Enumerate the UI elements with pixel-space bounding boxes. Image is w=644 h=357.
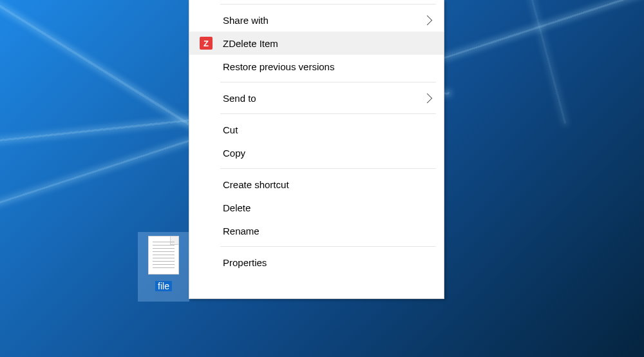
chevron-right-icon — [422, 93, 433, 103]
chevron-right-icon — [422, 15, 433, 25]
menu-item-label: Send to — [223, 93, 424, 104]
zdelete-app-icon: Z — [200, 37, 213, 50]
file-label: file — [155, 281, 172, 291]
menu-item-label: Share with — [223, 15, 424, 26]
light-beam — [464, 0, 566, 124]
menu-separator — [220, 82, 436, 82]
menu-item-copy[interactable]: Copy — [189, 141, 444, 164]
menu-separator — [220, 246, 436, 247]
context-menu: Share with Z ZDelete Item Restore previo… — [189, 0, 444, 299]
menu-separator — [220, 113, 436, 114]
text-file-icon — [148, 236, 179, 275]
menu-item-restore-versions[interactable]: Restore previous versions — [189, 55, 444, 78]
menu-item-cut[interactable]: Cut — [189, 118, 444, 141]
menu-item-properties[interactable]: Properties — [189, 251, 444, 274]
menu-item-label: Copy — [223, 148, 435, 159]
menu-item-delete[interactable]: Delete — [189, 196, 444, 219]
menu-item-label: Restore previous versions — [223, 61, 435, 72]
menu-separator — [220, 4, 436, 5]
menu-item-rename[interactable]: Rename — [189, 219, 444, 242]
menu-item-label: Delete — [223, 202, 435, 213]
menu-item-label: Properties — [223, 257, 435, 268]
menu-item-create-shortcut[interactable]: Create shortcut — [189, 173, 444, 196]
desktop-file-item[interactable]: file — [138, 232, 189, 302]
desktop[interactable]: file Share with Z ZDelete Item Restore p… — [0, 0, 644, 357]
menu-item-share-with[interactable]: Share with — [189, 8, 444, 32]
menu-item-label: Cut — [223, 124, 435, 135]
menu-item-label: ZDelete Item — [223, 38, 435, 49]
menu-item-zdelete[interactable]: Z ZDelete Item — [189, 32, 444, 55]
menu-item-label: Rename — [223, 226, 435, 236]
menu-item-send-to[interactable]: Send to — [189, 86, 444, 110]
menu-separator — [220, 168, 436, 169]
menu-item-label: Create shortcut — [223, 179, 435, 190]
